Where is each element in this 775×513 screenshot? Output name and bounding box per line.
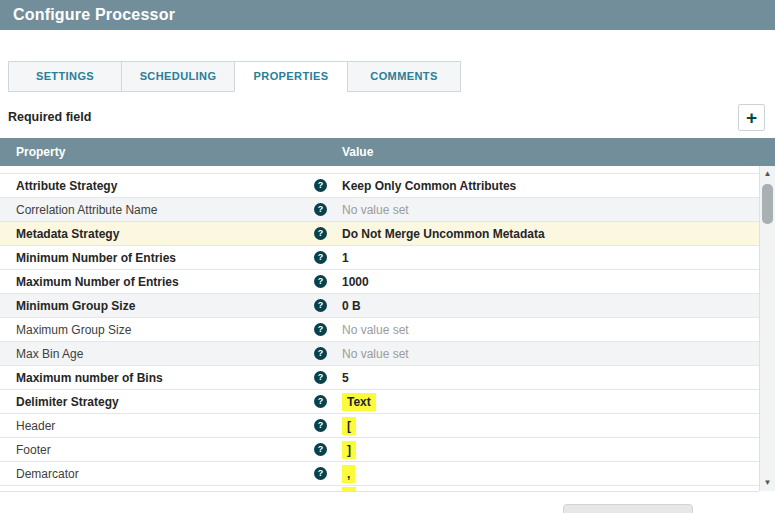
value-cell[interactable]: 1 <box>338 251 759 265</box>
property-value[interactable]: No value set <box>342 203 409 217</box>
value-cell[interactable]: Text <box>338 393 759 411</box>
property-row[interactable]: Minimum Group Size?0 B <box>0 294 759 318</box>
help-question-icon[interactable]: ? <box>314 443 327 456</box>
column-header-property: Property <box>16 138 65 166</box>
help-question-icon[interactable]: ? <box>314 275 327 288</box>
property-cell: Delimiter Strategy? <box>0 395 338 409</box>
property-name: Correlation Attribute Name <box>16 203 157 217</box>
help-question-icon[interactable]: ? <box>314 347 327 360</box>
property-value[interactable]: 5 <box>342 371 349 385</box>
value-cell[interactable]: No value set <box>338 323 759 337</box>
property-value[interactable]: Do Not Merge Uncommon Metadata <box>342 227 545 241</box>
tab-comments[interactable]: COMMENTS <box>347 61 461 92</box>
property-cell: Maximum Group Size? <box>0 323 338 337</box>
tab-bar: SETTINGSSCHEDULINGPROPERTIESCOMMENTS <box>8 61 460 92</box>
partial-row-above <box>0 166 759 174</box>
scrollbar-thumb[interactable] <box>762 184 773 224</box>
value-cell[interactable]: No value set <box>338 347 759 361</box>
dialog-action-button-partial[interactable] <box>563 504 693 513</box>
property-row[interactable]: Maximum Group Size?No value set <box>0 318 759 342</box>
property-name: Footer <box>16 443 51 457</box>
property-name: Max Bin Age <box>16 347 83 361</box>
property-value[interactable]: Text <box>342 393 376 411</box>
property-name: Maximum Number of Entries <box>16 275 179 289</box>
value-cell[interactable]: 5 <box>338 371 759 385</box>
value-cell[interactable]: Do Not Merge Uncommon Metadata <box>338 227 759 241</box>
property-name: Demarcator <box>16 467 79 481</box>
column-header-value: Value <box>342 138 373 166</box>
property-row[interactable]: Demarcator?, <box>0 462 759 486</box>
scroll-up-arrow-icon[interactable]: ▲ <box>760 166 775 182</box>
property-row[interactable]: Header?[ <box>0 414 759 438</box>
property-value[interactable]: No value set <box>342 347 409 361</box>
scroll-down-arrow-icon[interactable]: ▼ <box>760 475 775 491</box>
help-question-icon[interactable]: ? <box>314 419 327 432</box>
property-row[interactable]: Metadata Strategy?Do Not Merge Uncommon … <box>0 222 759 246</box>
properties-table-body: Attribute Strategy?Keep Only Common Attr… <box>0 166 759 492</box>
property-name: Maximum Group Size <box>16 323 131 337</box>
property-name: Attribute Strategy <box>16 179 117 193</box>
dialog-header: Configure Processor <box>0 0 775 30</box>
property-cell: Maximum number of Bins? <box>0 371 338 385</box>
property-row[interactable]: Minimum Number of Entries?1 <box>0 246 759 270</box>
property-cell: Footer? <box>0 443 338 457</box>
property-name: Header <box>16 419 55 433</box>
property-cell: Maximum Number of Entries? <box>0 275 338 289</box>
help-question-icon[interactable]: ? <box>314 323 327 336</box>
value-cell[interactable]: Keep Only Common Attributes <box>338 179 759 193</box>
property-row[interactable]: Max Bin Age?No value set <box>0 342 759 366</box>
help-question-icon[interactable]: ? <box>314 251 327 264</box>
help-question-icon[interactable]: ? <box>314 467 327 480</box>
property-cell: Attribute Strategy? <box>0 179 338 193</box>
partial-row-below <box>0 486 759 492</box>
property-cell: Minimum Group Size? <box>0 299 338 313</box>
value-cell[interactable]: , <box>338 465 759 483</box>
help-question-icon[interactable]: ? <box>314 299 327 312</box>
property-name: Metadata Strategy <box>16 227 119 241</box>
partial-highlight-chip <box>342 487 356 492</box>
property-row[interactable]: Maximum number of Bins?5 <box>0 366 759 390</box>
property-row[interactable]: Delimiter Strategy?Text <box>0 390 759 414</box>
property-cell: Metadata Strategy? <box>0 227 338 241</box>
property-value[interactable]: Keep Only Common Attributes <box>342 179 516 193</box>
property-row[interactable]: Attribute Strategy?Keep Only Common Attr… <box>0 174 759 198</box>
property-row[interactable]: Maximum Number of Entries?1000 <box>0 270 759 294</box>
value-cell[interactable]: ] <box>338 441 759 459</box>
property-cell: Demarcator? <box>0 467 338 481</box>
help-question-icon[interactable]: ? <box>314 395 327 408</box>
property-value[interactable]: [ <box>342 417 356 435</box>
help-question-icon[interactable]: ? <box>314 371 327 384</box>
property-name: Minimum Number of Entries <box>16 251 176 265</box>
property-name: Delimiter Strategy <box>16 395 119 409</box>
help-question-icon[interactable]: ? <box>314 203 327 216</box>
property-row[interactable]: Correlation Attribute Name?No value set <box>0 198 759 222</box>
tab-properties[interactable]: PROPERTIES <box>234 61 348 92</box>
property-cell: Header? <box>0 419 338 433</box>
property-value[interactable]: No value set <box>342 323 409 337</box>
property-value[interactable]: , <box>342 465 355 483</box>
value-cell[interactable]: [ <box>338 417 759 435</box>
table-header: Property Value <box>0 138 775 166</box>
property-value[interactable]: 1 <box>342 251 349 265</box>
value-cell[interactable]: 1000 <box>338 275 759 289</box>
vertical-scrollbar[interactable]: ▲ ▼ <box>759 166 775 491</box>
value-cell[interactable]: 0 B <box>338 299 759 313</box>
required-field-label: Required field <box>8 110 91 124</box>
property-name: Maximum number of Bins <box>16 371 163 385</box>
property-row[interactable]: Footer?] <box>0 438 759 462</box>
tab-scheduling[interactable]: SCHEDULING <box>121 61 235 92</box>
add-property-button[interactable]: + <box>738 104 765 131</box>
tab-settings[interactable]: SETTINGS <box>8 61 122 92</box>
dialog-title: Configure Processor <box>0 0 775 30</box>
help-question-icon[interactable]: ? <box>314 179 327 192</box>
property-cell: Max Bin Age? <box>0 347 338 361</box>
property-value[interactable]: 0 B <box>342 299 361 313</box>
help-question-icon[interactable]: ? <box>314 227 327 240</box>
value-cell[interactable]: No value set <box>338 203 759 217</box>
property-cell: Correlation Attribute Name? <box>0 203 338 217</box>
property-value[interactable]: ] <box>342 441 356 459</box>
property-name: Minimum Group Size <box>16 299 135 313</box>
property-value[interactable]: 1000 <box>342 275 369 289</box>
property-cell: Minimum Number of Entries? <box>0 251 338 265</box>
